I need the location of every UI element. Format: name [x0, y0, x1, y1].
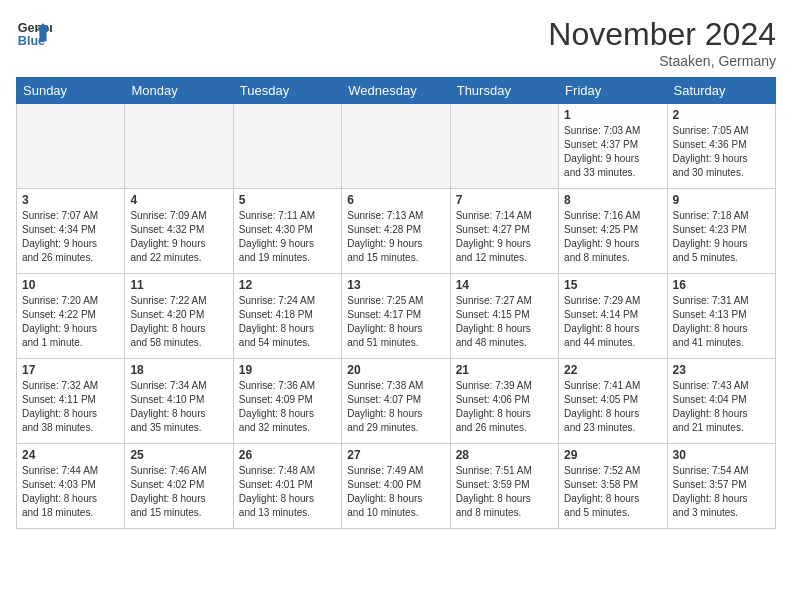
day-header-wednesday: Wednesday — [342, 78, 450, 104]
week-row-3: 10Sunrise: 7:20 AM Sunset: 4:22 PM Dayli… — [17, 274, 776, 359]
logo-icon: General Blue — [16, 16, 52, 52]
day-cell: 10Sunrise: 7:20 AM Sunset: 4:22 PM Dayli… — [17, 274, 125, 359]
day-cell: 27Sunrise: 7:49 AM Sunset: 4:00 PM Dayli… — [342, 444, 450, 529]
day-number: 10 — [22, 278, 119, 292]
day-info: Sunrise: 7:44 AM Sunset: 4:03 PM Dayligh… — [22, 464, 119, 520]
day-number: 30 — [673, 448, 770, 462]
day-info: Sunrise: 7:07 AM Sunset: 4:34 PM Dayligh… — [22, 209, 119, 265]
day-number: 12 — [239, 278, 336, 292]
day-cell: 30Sunrise: 7:54 AM Sunset: 3:57 PM Dayli… — [667, 444, 775, 529]
day-info: Sunrise: 7:09 AM Sunset: 4:32 PM Dayligh… — [130, 209, 227, 265]
day-cell: 29Sunrise: 7:52 AM Sunset: 3:58 PM Dayli… — [559, 444, 667, 529]
day-number: 13 — [347, 278, 444, 292]
day-cell — [450, 104, 558, 189]
day-info: Sunrise: 7:13 AM Sunset: 4:28 PM Dayligh… — [347, 209, 444, 265]
day-number: 19 — [239, 363, 336, 377]
day-number: 18 — [130, 363, 227, 377]
day-cell: 3Sunrise: 7:07 AM Sunset: 4:34 PM Daylig… — [17, 189, 125, 274]
day-number: 29 — [564, 448, 661, 462]
day-number: 27 — [347, 448, 444, 462]
header-row: SundayMondayTuesdayWednesdayThursdayFrid… — [17, 78, 776, 104]
day-number: 4 — [130, 193, 227, 207]
header: General Blue November 2024 Staaken, Germ… — [16, 16, 776, 69]
month-title: November 2024 — [548, 16, 776, 53]
day-info: Sunrise: 7:48 AM Sunset: 4:01 PM Dayligh… — [239, 464, 336, 520]
day-info: Sunrise: 7:29 AM Sunset: 4:14 PM Dayligh… — [564, 294, 661, 350]
day-number: 25 — [130, 448, 227, 462]
day-cell: 23Sunrise: 7:43 AM Sunset: 4:04 PM Dayli… — [667, 359, 775, 444]
day-number: 5 — [239, 193, 336, 207]
week-row-1: 1Sunrise: 7:03 AM Sunset: 4:37 PM Daylig… — [17, 104, 776, 189]
day-cell: 17Sunrise: 7:32 AM Sunset: 4:11 PM Dayli… — [17, 359, 125, 444]
day-info: Sunrise: 7:46 AM Sunset: 4:02 PM Dayligh… — [130, 464, 227, 520]
day-cell: 24Sunrise: 7:44 AM Sunset: 4:03 PM Dayli… — [17, 444, 125, 529]
day-info: Sunrise: 7:36 AM Sunset: 4:09 PM Dayligh… — [239, 379, 336, 435]
day-header-saturday: Saturday — [667, 78, 775, 104]
day-info: Sunrise: 7:34 AM Sunset: 4:10 PM Dayligh… — [130, 379, 227, 435]
day-cell: 13Sunrise: 7:25 AM Sunset: 4:17 PM Dayli… — [342, 274, 450, 359]
day-cell: 22Sunrise: 7:41 AM Sunset: 4:05 PM Dayli… — [559, 359, 667, 444]
day-info: Sunrise: 7:24 AM Sunset: 4:18 PM Dayligh… — [239, 294, 336, 350]
day-header-thursday: Thursday — [450, 78, 558, 104]
day-info: Sunrise: 7:25 AM Sunset: 4:17 PM Dayligh… — [347, 294, 444, 350]
day-number: 2 — [673, 108, 770, 122]
day-info: Sunrise: 7:32 AM Sunset: 4:11 PM Dayligh… — [22, 379, 119, 435]
calendar-table: SundayMondayTuesdayWednesdayThursdayFrid… — [16, 77, 776, 529]
day-cell: 9Sunrise: 7:18 AM Sunset: 4:23 PM Daylig… — [667, 189, 775, 274]
week-row-4: 17Sunrise: 7:32 AM Sunset: 4:11 PM Dayli… — [17, 359, 776, 444]
day-info: Sunrise: 7:41 AM Sunset: 4:05 PM Dayligh… — [564, 379, 661, 435]
day-info: Sunrise: 7:54 AM Sunset: 3:57 PM Dayligh… — [673, 464, 770, 520]
title-area: November 2024 Staaken, Germany — [548, 16, 776, 69]
day-number: 23 — [673, 363, 770, 377]
day-cell: 14Sunrise: 7:27 AM Sunset: 4:15 PM Dayli… — [450, 274, 558, 359]
day-number: 17 — [22, 363, 119, 377]
day-number: 26 — [239, 448, 336, 462]
day-info: Sunrise: 7:51 AM Sunset: 3:59 PM Dayligh… — [456, 464, 553, 520]
day-info: Sunrise: 7:03 AM Sunset: 4:37 PM Dayligh… — [564, 124, 661, 180]
day-header-tuesday: Tuesday — [233, 78, 341, 104]
day-number: 20 — [347, 363, 444, 377]
day-cell — [233, 104, 341, 189]
day-number: 6 — [347, 193, 444, 207]
day-header-sunday: Sunday — [17, 78, 125, 104]
day-cell: 16Sunrise: 7:31 AM Sunset: 4:13 PM Dayli… — [667, 274, 775, 359]
day-info: Sunrise: 7:43 AM Sunset: 4:04 PM Dayligh… — [673, 379, 770, 435]
day-info: Sunrise: 7:20 AM Sunset: 4:22 PM Dayligh… — [22, 294, 119, 350]
day-number: 28 — [456, 448, 553, 462]
day-info: Sunrise: 7:27 AM Sunset: 4:15 PM Dayligh… — [456, 294, 553, 350]
day-info: Sunrise: 7:16 AM Sunset: 4:25 PM Dayligh… — [564, 209, 661, 265]
day-number: 21 — [456, 363, 553, 377]
day-info: Sunrise: 7:38 AM Sunset: 4:07 PM Dayligh… — [347, 379, 444, 435]
day-cell: 5Sunrise: 7:11 AM Sunset: 4:30 PM Daylig… — [233, 189, 341, 274]
day-info: Sunrise: 7:18 AM Sunset: 4:23 PM Dayligh… — [673, 209, 770, 265]
day-info: Sunrise: 7:05 AM Sunset: 4:36 PM Dayligh… — [673, 124, 770, 180]
day-header-monday: Monday — [125, 78, 233, 104]
day-info: Sunrise: 7:14 AM Sunset: 4:27 PM Dayligh… — [456, 209, 553, 265]
week-row-5: 24Sunrise: 7:44 AM Sunset: 4:03 PM Dayli… — [17, 444, 776, 529]
day-cell: 6Sunrise: 7:13 AM Sunset: 4:28 PM Daylig… — [342, 189, 450, 274]
day-cell: 1Sunrise: 7:03 AM Sunset: 4:37 PM Daylig… — [559, 104, 667, 189]
day-cell — [342, 104, 450, 189]
day-cell: 26Sunrise: 7:48 AM Sunset: 4:01 PM Dayli… — [233, 444, 341, 529]
day-info: Sunrise: 7:39 AM Sunset: 4:06 PM Dayligh… — [456, 379, 553, 435]
day-info: Sunrise: 7:49 AM Sunset: 4:00 PM Dayligh… — [347, 464, 444, 520]
week-row-2: 3Sunrise: 7:07 AM Sunset: 4:34 PM Daylig… — [17, 189, 776, 274]
day-number: 22 — [564, 363, 661, 377]
day-number: 8 — [564, 193, 661, 207]
day-cell: 25Sunrise: 7:46 AM Sunset: 4:02 PM Dayli… — [125, 444, 233, 529]
day-info: Sunrise: 7:11 AM Sunset: 4:30 PM Dayligh… — [239, 209, 336, 265]
day-cell: 15Sunrise: 7:29 AM Sunset: 4:14 PM Dayli… — [559, 274, 667, 359]
day-header-friday: Friday — [559, 78, 667, 104]
day-number: 24 — [22, 448, 119, 462]
day-cell: 12Sunrise: 7:24 AM Sunset: 4:18 PM Dayli… — [233, 274, 341, 359]
day-cell: 11Sunrise: 7:22 AM Sunset: 4:20 PM Dayli… — [125, 274, 233, 359]
logo: General Blue — [16, 16, 52, 52]
day-info: Sunrise: 7:22 AM Sunset: 4:20 PM Dayligh… — [130, 294, 227, 350]
day-number: 7 — [456, 193, 553, 207]
day-cell: 4Sunrise: 7:09 AM Sunset: 4:32 PM Daylig… — [125, 189, 233, 274]
day-number: 9 — [673, 193, 770, 207]
day-cell — [17, 104, 125, 189]
day-number: 11 — [130, 278, 227, 292]
day-cell: 28Sunrise: 7:51 AM Sunset: 3:59 PM Dayli… — [450, 444, 558, 529]
day-number: 3 — [22, 193, 119, 207]
